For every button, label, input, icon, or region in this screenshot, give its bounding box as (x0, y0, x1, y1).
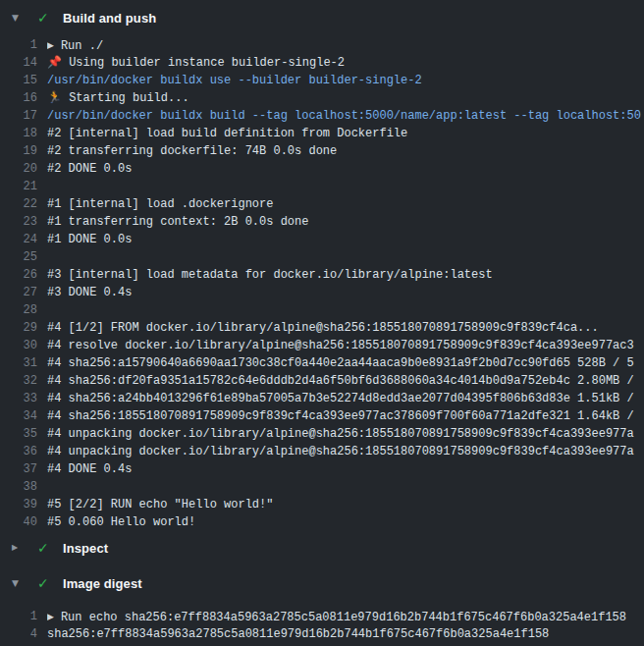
line-number[interactable]: 26 (0, 266, 37, 284)
line-number[interactable]: 40 (0, 513, 37, 531)
line-text-content: Run ./ (61, 39, 103, 53)
chevron-down-icon: ▼ (12, 579, 27, 588)
line-text: #2 [internal] load build definition from… (47, 125, 644, 142)
workflow-log-viewer: ▼ ✓ Build and push 1 ▶Run ./ 14 📌 Using … (0, 0, 644, 646)
line-text: #4 [1/2] FROM docker.io/library/alpine@s… (47, 319, 644, 337)
log-line: 37 #4 DONE 0.4s (0, 460, 644, 478)
line-number[interactable]: 23 (0, 213, 37, 231)
log-section: ▼ ✓ Image digest 1 ▶Run echo sha256:e7ff… (0, 566, 644, 643)
line-text: 📌 Using builder instance builder-single-… (47, 54, 644, 72)
log-line: 23 #1 transferring context: 2B 0.0s done (0, 213, 644, 231)
step-header[interactable]: ▶ ✓ Inspect (0, 531, 644, 565)
line-number[interactable]: 37 (0, 460, 37, 478)
line-text: #4 sha256:185518070891758909c9f839cf4ca3… (47, 407, 644, 425)
log-line: 30 #4 resolve docker.io/library/alpine@s… (0, 337, 644, 354)
log-section: ▶ ✓ Inspect (0, 531, 644, 566)
line-text: sha256:e7ff8834a5963a2785c5a0811e979d16b… (47, 625, 644, 643)
line-number[interactable]: 39 (0, 496, 37, 513)
line-text (47, 178, 644, 195)
line-text: /usr/bin/docker buildx build --tag local… (47, 107, 644, 125)
line-text: #4 sha256:a24bb4013296f61e89ba57005a7b3e… (47, 390, 644, 407)
line-number[interactable]: 27 (0, 284, 37, 301)
log-line: 35 #4 unpacking docker.io/library/alpine… (0, 425, 644, 443)
line-number[interactable]: 29 (0, 319, 37, 337)
log-line: 20 #2 DONE 0.0s (0, 160, 644, 178)
line-text (47, 248, 644, 266)
line-number[interactable]: 35 (0, 425, 37, 443)
log-line: 19 #2 transferring dockerfile: 74B 0.0s … (0, 142, 644, 160)
check-icon: ✓ (37, 11, 53, 25)
line-number[interactable]: 34 (0, 407, 37, 425)
line-text: #4 DONE 0.4s (47, 460, 644, 478)
log-line: 1 ▶Run echo sha256:e7ff8834a5963a2785c5a… (0, 608, 644, 625)
line-number[interactable]: 25 (0, 248, 37, 266)
line-number[interactable]: 17 (0, 107, 37, 125)
line-text: ▶Run echo sha256:e7ff8834a5963a2785c5a08… (47, 608, 644, 625)
log-line: 39 #5 [2/2] RUN echo "Hello world!" (0, 496, 644, 513)
log-line: 38 (0, 478, 644, 496)
expand-run-icon[interactable]: ▶ (47, 608, 54, 625)
chevron-down-icon: ▼ (12, 14, 27, 23)
line-text-content: Run echo sha256:e7ff8834a5963a2785c5a081… (61, 611, 626, 624)
line-text: #5 [2/2] RUN echo "Hello world!" (47, 496, 644, 513)
log-line: 24 #1 DONE 0.0s (0, 231, 644, 248)
line-text: #5 0.060 Hello world! (47, 513, 644, 531)
check-icon: ✓ (37, 541, 53, 555)
log-line: 27 #3 DONE 0.4s (0, 284, 644, 301)
line-number[interactable]: 24 (0, 231, 37, 248)
line-number[interactable]: 36 (0, 443, 37, 460)
line-number[interactable]: 20 (0, 160, 37, 178)
line-number[interactable]: 21 (0, 178, 37, 195)
line-number[interactable]: 31 (0, 354, 37, 372)
line-number[interactable]: 16 (0, 89, 37, 107)
line-text: #3 DONE 0.4s (47, 284, 644, 301)
line-text: 🏃 Starting build... (47, 89, 644, 107)
line-number[interactable]: 4 (0, 625, 37, 643)
line-number[interactable]: 28 (0, 301, 37, 319)
expand-run-icon[interactable]: ▶ (47, 36, 54, 54)
check-icon: ✓ (37, 576, 53, 590)
line-number[interactable]: 38 (0, 478, 37, 496)
line-number[interactable]: 33 (0, 390, 37, 407)
line-text: #4 resolve docker.io/library/alpine@sha2… (47, 337, 644, 354)
step-header[interactable]: ▼ ✓ Image digest (0, 566, 644, 600)
line-number[interactable]: 14 (0, 54, 37, 72)
step-header[interactable]: ▼ ✓ Build and push (0, 1, 644, 34)
log-line: 16 🏃 Starting build... (0, 89, 644, 107)
line-number[interactable]: 30 (0, 337, 37, 354)
log-line: 22 #1 [internal] load .dockerignore (0, 195, 644, 213)
line-text: #3 [internal] load metadata for docker.i… (47, 266, 644, 284)
log-line: 14 📌 Using builder instance builder-sing… (0, 54, 644, 72)
log-line: 26 #3 [internal] load metadata for docke… (0, 266, 644, 284)
step-log-body: 1 ▶Run ./ 14 📌 Using builder instance bu… (0, 34, 644, 531)
step-log-body: 1 ▶Run echo sha256:e7ff8834a5963a2785c5a… (0, 600, 644, 643)
line-text: #4 unpacking docker.io/library/alpine@sh… (47, 425, 644, 443)
chevron-right-icon: ▶ (12, 544, 27, 552)
log-line: 36 #4 unpacking docker.io/library/alpine… (0, 443, 644, 460)
log-line: 4 sha256:e7ff8834a5963a2785c5a0811e979d1… (0, 625, 644, 643)
step-title: Build and push (63, 11, 156, 26)
line-text: #2 DONE 0.0s (47, 160, 644, 178)
line-number[interactable]: 22 (0, 195, 37, 213)
line-text: #4 unpacking docker.io/library/alpine@sh… (47, 443, 644, 460)
line-text: #1 [internal] load .dockerignore (47, 195, 644, 213)
line-text: #4 sha256:df20fa9351a15782c64e6dddb2d4a6… (47, 372, 644, 390)
log-line: 17 /usr/bin/docker buildx build --tag lo… (0, 107, 644, 125)
log-line: 40 #5 0.060 Hello world! (0, 513, 644, 531)
line-number[interactable]: 15 (0, 72, 37, 89)
line-text: /usr/bin/docker buildx use --builder bui… (47, 72, 644, 89)
line-number[interactable]: 1 (0, 36, 37, 54)
line-text: #2 transferring dockerfile: 74B 0.0s don… (47, 142, 644, 160)
line-number[interactable]: 32 (0, 372, 37, 390)
line-number[interactable]: 1 (0, 608, 37, 625)
log-line: 21 (0, 178, 644, 195)
log-line: 32 #4 sha256:df20fa9351a15782c64e6dddb2d… (0, 372, 644, 390)
line-number[interactable]: 18 (0, 125, 37, 142)
step-title: Inspect (63, 541, 108, 556)
step-title: Image digest (63, 576, 142, 591)
line-text: #4 sha256:a15790640a6690aa1730c38cf0a440… (47, 354, 644, 372)
log-line: 28 (0, 301, 644, 319)
log-section: ▼ ✓ Build and push 1 ▶Run ./ 14 📌 Using … (0, 1, 644, 531)
log-line: 34 #4 sha256:185518070891758909c9f839cf4… (0, 407, 644, 425)
line-number[interactable]: 19 (0, 142, 37, 160)
